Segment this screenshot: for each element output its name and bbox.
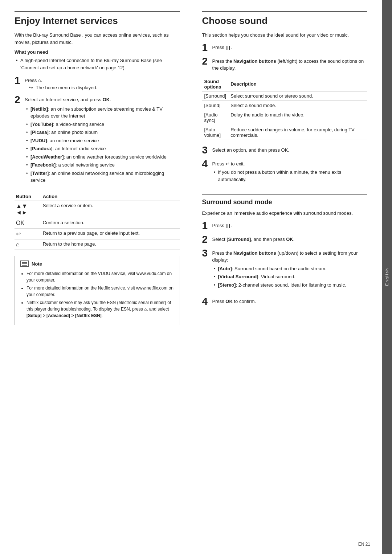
button-cell: ↩ <box>15 228 41 239</box>
list-item: [AccuWeather]: an online weather forecas… <box>25 153 180 161</box>
step-number-s3: 3 <box>202 248 210 258</box>
note-icon <box>20 260 29 267</box>
left-title: Enjoy Internet services <box>15 11 180 26</box>
surround-step-2: 2 Select [Surround], and then press OK. <box>202 234 368 245</box>
step-number-2: 2 <box>15 95 23 105</box>
list-item: [Facebook]: a social networking service <box>25 161 180 169</box>
surround-step-1: 1 Press |||. <box>202 221 368 231</box>
surround-step-3-list: [Auto]: Surround sound based on the audi… <box>212 265 368 289</box>
note-item: Netflix customer service may ask you the… <box>26 299 175 319</box>
list-item: [YouTube]: a video-sharing service <box>25 121 180 128</box>
right-step-4-content: Press ↩ to exit. If you do not press a b… <box>212 159 368 188</box>
table-row: ▲▼◄► Select a service or item. <box>15 201 180 218</box>
note-label: Note <box>32 260 42 268</box>
left-intro: With the Blu-ray Surround Base , you can… <box>15 32 180 46</box>
step-number-1: 1 <box>15 75 23 86</box>
surround-step-2-content: Select [Surround], and then press OK. <box>212 234 368 243</box>
table-row: ↩ Return to a previous page, or delete i… <box>15 228 180 239</box>
step-1-prefix: Press <box>25 78 38 83</box>
step-1: 1 Press ⌂. ↪ The home menu is displayed. <box>15 75 180 91</box>
right-column: Choose sound This section helps you choo… <box>191 11 368 543</box>
col-sound-options: Soundoptions <box>202 77 229 91</box>
table-row: [Surround] Select surround sound or ster… <box>202 91 368 100</box>
surround-step-3-content: Press the Navigation buttons (up/down) t… <box>212 248 368 293</box>
desc-cell: Select a sound mode. <box>228 100 367 110</box>
surround-section-title: Surround sound mode <box>202 194 368 206</box>
desc-cell: Reduce sudden changes in volume, for exa… <box>228 125 367 140</box>
right-step-2: 2 Press the Navigation buttons (left/rig… <box>202 56 368 72</box>
table-row: ⌂ Return to the home page. <box>15 239 180 250</box>
note-list: For more detailed information on the VUD… <box>20 270 175 319</box>
left-column: Enjoy Internet services With the Blu-ray… <box>15 11 191 543</box>
surround-step-4: 4 Press OK to confirm. <box>202 296 368 307</box>
table-row: [Autovolume] Reduce sudden changes in vo… <box>202 125 368 140</box>
right-step-2-content: Press the Navigation buttons (left/right… <box>212 56 368 72</box>
list-item: [Stereo]: 2-channel stereo sound. Ideal … <box>212 282 368 289</box>
step-number-s2: 2 <box>202 234 210 245</box>
surround-intro: Experience an immersive audio experience… <box>202 210 368 217</box>
sound-option-cell: [Sound] <box>202 100 229 110</box>
side-tab-label: English <box>385 268 389 286</box>
step-number-r2: 2 <box>202 56 210 66</box>
sound-option-cell: [Surround] <box>202 91 229 100</box>
surround-step-4-content: Press OK to confirm. <box>212 296 368 305</box>
list-item: A high-speed Internet connection to the … <box>15 57 180 71</box>
action-cell: Return to a previous page, or delete inp… <box>41 228 180 239</box>
step-number-r3: 3 <box>202 145 210 155</box>
right-intro: This section helps you choose the ideal … <box>202 32 368 39</box>
table-row: [Sound] Select a sound mode. <box>202 100 368 110</box>
right-step-1-content: Press |||. <box>212 42 368 51</box>
col-action: Action <box>41 192 180 201</box>
action-cell: Select a service or item. <box>41 201 180 218</box>
table-row: [Audiosync] Delay the audio to match the… <box>202 110 368 125</box>
menu-icon-2: ||| <box>225 223 230 228</box>
sound-table: Soundoptions Description [Surround] Sele… <box>202 77 368 140</box>
list-item: [Pandora]: an Internet radio service <box>25 145 180 152</box>
step-2: 2 Select an Internet service, and press … <box>15 95 180 188</box>
what-you-need-heading: What you need <box>15 49 180 55</box>
list-item: [Auto]: Surround sound based on the audi… <box>212 265 368 272</box>
table-row: OK Confirm a selection. <box>15 218 180 228</box>
step-1-content: Press ⌂. ↪ The home menu is displayed. <box>25 75 180 91</box>
step-2-content: Select an Internet service, and press OK… <box>25 95 180 188</box>
note-box: Note For more detailed information on th… <box>15 256 180 325</box>
list-item: [VUDU]: an online movie service <box>25 137 180 144</box>
note-item: For more detailed information on the Net… <box>26 285 175 298</box>
what-you-need-list: A high-speed Internet connection to the … <box>15 57 180 71</box>
note-header: Note <box>20 260 175 268</box>
main-content: Enjoy Internet services With the Blu-ray… <box>0 0 382 554</box>
step-1-sub: ↪ The home menu is displayed. <box>25 84 180 91</box>
list-item: [Twitter]: an online social networking s… <box>25 170 180 184</box>
list-item: [Netflix]: an online subscription servic… <box>25 106 180 120</box>
menu-icon-1: ||| <box>225 45 230 50</box>
right-step-4: 4 Press ↩ to exit. If you do not press a… <box>202 159 368 188</box>
right-step-3: 3 Select an option, and then press OK. <box>202 145 368 155</box>
back-icon: ↩ <box>225 161 229 167</box>
list-item: [Virtual Surround]: Virtual surround. <box>212 273 368 280</box>
desc-cell: Delay the audio to match the video. <box>228 110 367 125</box>
button-cell: ▲▼◄► <box>15 201 41 218</box>
step-4-sub-list: If you do not press a button within a mi… <box>212 169 368 183</box>
action-cell: Confirm a selection. <box>41 218 180 228</box>
surround-step-3: 3 Press the Navigation buttons (up/down)… <box>202 248 368 293</box>
desc-cell: Select surround sound or stereo sound. <box>228 91 367 100</box>
list-item: [Picasa]: an online photo album <box>25 129 180 136</box>
button-cell: OK <box>15 218 41 228</box>
step-number-s4: 4 <box>202 296 210 307</box>
step-2-list: [Netflix]: an online subscription servic… <box>25 106 180 184</box>
arrow-symbol: ↪ <box>29 85 33 90</box>
sound-option-cell: [Autovolume] <box>202 125 229 140</box>
step-number-s1: 1 <box>202 221 210 231</box>
list-item: If you do not press a button within a mi… <box>212 169 368 183</box>
button-table: Button Action ▲▼◄► Select a service or i… <box>15 192 180 250</box>
col-description: Description <box>228 77 367 91</box>
page-footer: EN 21 <box>358 542 370 547</box>
col-button: Button <box>15 192 41 201</box>
sound-option-cell: [Audiosync] <box>202 110 229 125</box>
surround-step-1-content: Press |||. <box>212 221 368 229</box>
side-tab: English <box>382 0 392 554</box>
action-cell: Return to the home page. <box>41 239 180 250</box>
button-cell: ⌂ <box>15 239 41 250</box>
step-number-r4: 4 <box>202 159 210 169</box>
page-container: English Enjoy Internet services With the… <box>0 0 392 554</box>
